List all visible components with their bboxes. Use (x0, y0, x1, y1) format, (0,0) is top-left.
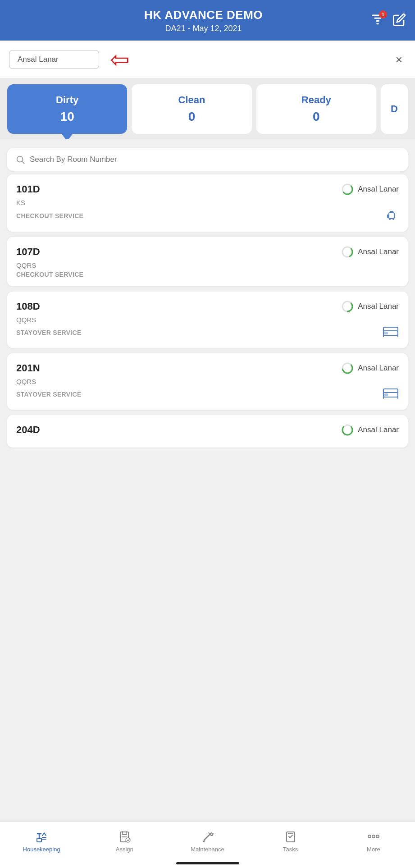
attendant-name: Ansal Lanar (358, 185, 399, 194)
nav-more-icon-wrap (366, 829, 381, 844)
tab-ready[interactable]: Ready 0 (256, 84, 376, 134)
room-attendant: Ansal Lanar (341, 361, 399, 375)
luggage-icon-svg (384, 208, 399, 221)
room-card-107D[interactable]: 107D Ansal Lanar QQRS CHECKOUT SERVICE (7, 237, 408, 286)
header-icons: 1 (371, 13, 406, 28)
tab-ready-count: 0 (313, 110, 320, 124)
room-attendant: Ansal Lanar (341, 183, 399, 196)
room-number: 108D (16, 301, 40, 312)
tab-dirty-label: Dirty (56, 94, 78, 106)
progress-circle-icon (341, 361, 354, 375)
tab-ready-label: Ready (301, 94, 331, 106)
room-attendant: Ansal Lanar (341, 245, 399, 259)
filter-button[interactable]: 1 (371, 13, 384, 28)
nav-maintenance-label: Maintenance (191, 846, 224, 853)
edit-button[interactable] (392, 13, 406, 28)
nav-more[interactable]: More (332, 826, 415, 855)
tab-dirty-count: 10 (60, 110, 74, 124)
room-service: CHECKOUT SERVICE (16, 271, 83, 278)
room-card-201N[interactable]: 201N Ansal Lanar QQRS STAYOVER SERVICE (7, 353, 408, 410)
progress-circle-icon (341, 423, 354, 437)
svg-point-31 (368, 835, 371, 838)
progress-circle-icon (341, 245, 354, 259)
tab-clean-count: 0 (188, 110, 196, 124)
home-indicator (176, 862, 239, 864)
tab-other-partial[interactable]: D (381, 84, 408, 134)
room-card-101D[interactable]: 101D Ansal Lanar KS CHECKOUT SERVICE (7, 174, 408, 232)
tab-dirty[interactable]: Dirty 10 (7, 84, 127, 134)
search-bar (7, 148, 408, 171)
svg-rect-17 (384, 393, 388, 396)
filter-badge: 1 (379, 10, 387, 18)
svg-point-33 (376, 835, 379, 838)
app-header: HK ADVANCE DEMO DA21 - May 12, 2021 1 (0, 0, 415, 41)
svg-point-28 (126, 838, 130, 842)
tab-other-letter: D (391, 103, 398, 115)
room-number: 107D (16, 246, 40, 258)
nav-maintenance-icon-wrap (200, 829, 215, 844)
attendant-name: Ansal Lanar (358, 425, 399, 434)
toolbar-row: Ansal Lanar ⇦ × (0, 41, 415, 79)
svg-point-0 (17, 156, 23, 162)
bottom-nav: Housekeeping Assign Maint (0, 821, 415, 868)
attendant-name: Ansal Lanar (358, 364, 399, 373)
bed-icon (383, 387, 399, 402)
edit-icon (392, 13, 406, 27)
room-number: 204D (16, 424, 40, 436)
more-icon (366, 832, 381, 841)
nav-housekeeping-label: Housekeeping (23, 846, 60, 853)
svg-point-32 (372, 835, 375, 838)
room-number: 101D (16, 183, 40, 195)
nav-maintenance[interactable]: Maintenance (166, 826, 249, 855)
nav-tasks-icon-wrap (283, 829, 298, 844)
luggage-icon (384, 208, 399, 224)
tasks-icon (283, 829, 298, 844)
room-service: STAYOVER SERVICE (16, 329, 82, 336)
nav-more-label: More (367, 846, 380, 853)
maintenance-icon (201, 829, 215, 844)
nav-assign[interactable]: Assign (83, 826, 166, 855)
housekeeping-icon (34, 829, 49, 844)
room-card-204D[interactable]: 204D Ansal Lanar (7, 415, 408, 448)
header-title-block: HK ADVANCE DEMO DA21 - May 12, 2021 (36, 8, 371, 33)
rooms-list: 101D Ansal Lanar KS CHECKOUT SERVICE (0, 174, 415, 506)
attendant-selector[interactable]: Ansal Lanar (9, 50, 99, 69)
svg-point-19 (342, 425, 352, 435)
search-icon (15, 155, 25, 164)
svg-point-5 (389, 218, 391, 220)
nav-assign-icon-wrap (117, 829, 132, 844)
room-type: QQRS (16, 378, 399, 385)
room-service: CHECKOUT SERVICE (16, 212, 83, 219)
nav-housekeeping[interactable]: Housekeeping (0, 826, 83, 855)
bed-icon-svg (383, 325, 399, 337)
header-subtitle: DA21 - May 12, 2021 (36, 24, 371, 33)
search-input[interactable] (30, 155, 400, 164)
bed-icon-svg (383, 387, 399, 399)
bed-icon (383, 325, 399, 340)
svg-rect-7 (387, 215, 388, 218)
svg-point-6 (392, 218, 394, 220)
svg-rect-4 (389, 213, 394, 219)
nav-housekeeping-icon-wrap (34, 829, 49, 844)
room-service: STAYOVER SERVICE (16, 391, 82, 398)
status-tabs: Dirty 10 Clean 0 Ready 0 D (0, 79, 415, 139)
tab-clean[interactable]: Clean 0 (132, 84, 251, 134)
room-number: 201N (16, 362, 40, 374)
room-card-108D[interactable]: 108D Ansal Lanar QQRS STAYOVER SERVICE (7, 292, 408, 348)
room-attendant: Ansal Lanar (341, 300, 399, 313)
nav-tasks[interactable]: Tasks (249, 826, 332, 855)
nav-tasks-label: Tasks (283, 846, 298, 853)
room-type: QQRS (16, 261, 399, 269)
app-title: HK ADVANCE DEMO (36, 8, 371, 22)
progress-circle-icon (341, 183, 354, 196)
assign-icon (117, 829, 132, 844)
close-button[interactable]: × (392, 51, 406, 69)
attendant-name: Ansal Lanar (358, 247, 399, 256)
room-type: KS (16, 199, 399, 206)
room-type: QQRS (16, 316, 399, 324)
tab-clean-label: Clean (178, 94, 205, 106)
room-attendant: Ansal Lanar (341, 423, 399, 437)
progress-circle-icon (341, 300, 354, 313)
nav-assign-label: Assign (116, 846, 133, 853)
svg-line-1 (22, 161, 24, 164)
